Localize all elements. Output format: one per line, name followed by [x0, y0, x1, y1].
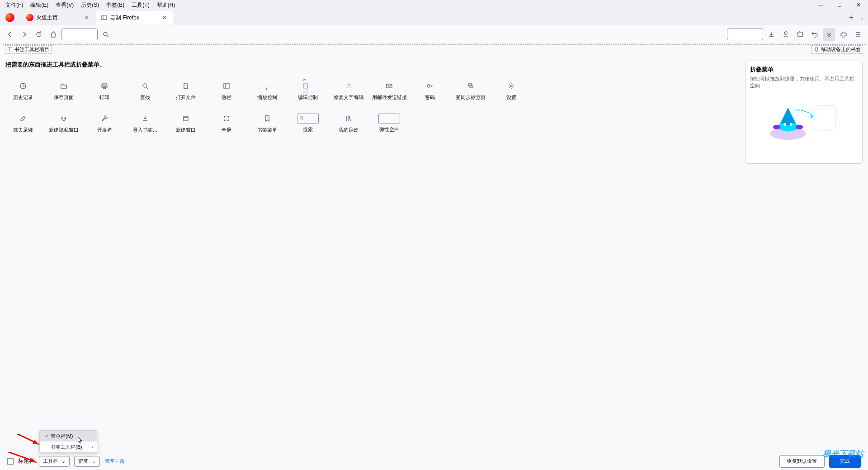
- tab-customize[interactable]: 定制 Firefox ✕: [96, 11, 173, 24]
- encoding-icon: ⓘ: [343, 81, 354, 91]
- clock-icon: [18, 81, 28, 91]
- url-bar-placeholder[interactable]: [61, 28, 98, 40]
- customize-item-encoding-icon[interactable]: ⓘ修复文字编码: [331, 76, 366, 105]
- customize-item-key-icon[interactable]: 密码: [412, 76, 448, 105]
- customize-item-eraser-icon[interactable]: 抹去足迹: [5, 109, 41, 138]
- undo-icon[interactable]: [808, 28, 821, 41]
- downloads-icon[interactable]: [765, 28, 778, 41]
- overflow-illustration: [750, 96, 858, 151]
- mouse-cursor-icon: [78, 437, 83, 446]
- mail-icon: [384, 81, 395, 91]
- overflow-panel[interactable]: 折叠菜单 按钮可以拖放到这里，方便使用、不占用工具栏空间: [745, 61, 863, 164]
- customize-item-import-icon[interactable]: 导入书签…: [127, 109, 163, 138]
- customize-item-gear-icon[interactable]: 设置: [494, 76, 529, 105]
- svg-point-22: [427, 85, 430, 87]
- new-tab-button[interactable]: +: [845, 11, 857, 24]
- density-dropdown[interactable]: 密度 ⌄: [74, 456, 100, 467]
- customize-item-mask-icon[interactable]: 新建隐私窗口: [46, 109, 81, 138]
- customize-item-label: 缩放控制: [257, 94, 277, 101]
- customize-item-label: 打印: [99, 94, 109, 101]
- tab-list-dropdown-icon[interactable]: ⌄: [857, 14, 866, 22]
- overflow-description: 按钮可以拖放到这里，方便使用、不占用工具栏空间: [750, 76, 858, 89]
- search-icon[interactable]: [99, 28, 112, 41]
- customize-item-label: 用邮件发送链接: [372, 94, 407, 101]
- chevron-down-icon: ⌄: [92, 458, 96, 464]
- menu-edit[interactable]: 编辑(E): [27, 0, 52, 10]
- menu-help[interactable]: 帮助(H): [153, 0, 179, 10]
- customize-item-library-icon[interactable]: 我的足迹: [331, 109, 366, 138]
- tab-favicon-icon: [26, 14, 33, 21]
- search-icon: [140, 81, 151, 91]
- minimize-icon[interactable]: —: [814, 1, 827, 9]
- customize-item-label: 编辑控制: [298, 94, 318, 101]
- maximize-icon[interactable]: □: [833, 1, 846, 9]
- svg-marker-45: [33, 440, 40, 445]
- svg-rect-13: [103, 83, 106, 85]
- customize-item-search-icon[interactable]: 查找: [127, 76, 163, 105]
- customize-item-mail-icon[interactable]: 用邮件发送链接: [372, 76, 407, 105]
- menu-bookmarks[interactable]: 书签(B): [103, 0, 128, 10]
- customize-item-edit-icon[interactable]: ✂ 📋 📄编辑控制: [290, 76, 326, 105]
- tab-close-icon[interactable]: ✕: [161, 14, 168, 21]
- restore-defaults-button[interactable]: 恢复默认设置: [779, 455, 825, 468]
- library-icon: [343, 113, 354, 124]
- svg-point-43: [790, 123, 793, 126]
- svg-rect-37: [813, 105, 835, 130]
- search-icon: [297, 114, 319, 123]
- overflow-menu-icon[interactable]: [823, 28, 835, 41]
- account-icon[interactable]: [779, 28, 792, 41]
- bookmarks-toolbar-items[interactable]: 书签工具栏项目: [5, 45, 52, 54]
- hamburger-menu-icon[interactable]: [852, 28, 864, 41]
- zoom-icon: − +: [262, 81, 273, 91]
- bookmark-icon: [262, 113, 273, 124]
- toolbars-dropdown[interactable]: 工具栏 ⌄: [39, 456, 70, 467]
- customize-item-label: 打开文件: [176, 94, 196, 101]
- menubar: 文件(F) 编辑(E) 查看(V) 历史(S) 书签(B) 工具(T) 帮助(H…: [0, 0, 868, 10]
- menu-file[interactable]: 文件(F): [2, 0, 27, 10]
- customize-item-label: 我的足迹: [339, 127, 359, 133]
- menu-view[interactable]: 查看(V): [52, 0, 77, 10]
- manage-themes-link[interactable]: 管理主题: [104, 458, 124, 465]
- check-icon: ✓: [43, 433, 50, 439]
- customize-item-zoom-icon[interactable]: − +缩放控制: [250, 76, 285, 105]
- customize-item-label: 弹性空白: [379, 126, 399, 133]
- customize-item-search-box[interactable]: 搜索: [290, 109, 326, 138]
- menu-tools[interactable]: 工具(T): [128, 0, 153, 10]
- tab-label: 火狐主页: [36, 14, 83, 22]
- context-menubar-item[interactable]: ✓ 菜单栏(M): [40, 431, 97, 442]
- customize-item-sidebar-icon[interactable]: 侧栏: [209, 76, 244, 105]
- bookmarks-toolbar[interactable]: 书签工具栏项目 移动设备上的书签: [3, 44, 865, 54]
- customize-item-print-icon[interactable]: 打印: [87, 76, 122, 105]
- navigation-toolbar: [0, 25, 868, 43]
- sync-icon: [465, 81, 476, 91]
- customize-item-spacer-box[interactable]: 弹性空白: [372, 109, 407, 138]
- screenshot-icon[interactable]: [794, 28, 807, 41]
- customize-item-label: 搜索: [303, 126, 313, 133]
- print-icon: [99, 81, 110, 91]
- customize-item-window-icon[interactable]: 新建窗口: [168, 109, 203, 138]
- eraser-icon: [18, 113, 28, 124]
- customize-favicon-icon: [100, 14, 108, 21]
- search-bar-placeholder[interactable]: [727, 28, 763, 40]
- svg-point-41: [796, 125, 803, 129]
- customize-item-sync-icon[interactable]: 受同步标签页: [453, 76, 488, 105]
- context-bookmarks-toolbar-item[interactable]: 书签工具栏(B) ›: [40, 442, 97, 452]
- customize-item-folder-icon[interactable]: 保存页面: [46, 76, 81, 105]
- forward-button[interactable]: [18, 28, 31, 41]
- customize-item-expand-icon[interactable]: 全屏: [209, 109, 244, 138]
- customize-item-wrench-icon[interactable]: 开发者: [87, 109, 122, 138]
- home-button[interactable]: [47, 28, 60, 41]
- close-icon[interactable]: ✕: [852, 1, 865, 9]
- tab-close-icon[interactable]: ✕: [83, 14, 90, 21]
- menu-history[interactable]: 历史(S): [77, 0, 103, 10]
- back-button[interactable]: [4, 28, 16, 41]
- mobile-bookmarks[interactable]: 移动设备上的书签: [811, 45, 863, 54]
- customize-item-file-icon[interactable]: 打开文件: [168, 76, 203, 105]
- svg-point-42: [783, 123, 786, 126]
- customize-item-label: 导入书签…: [133, 127, 158, 133]
- reload-button[interactable]: [33, 28, 45, 41]
- customize-item-bookmark-icon[interactable]: 书签菜单: [250, 109, 285, 138]
- extensions-icon[interactable]: [837, 28, 850, 41]
- tab-home[interactable]: 火狐主页 ✕: [18, 11, 95, 24]
- customize-item-clock-icon[interactable]: 历史记录: [5, 76, 41, 105]
